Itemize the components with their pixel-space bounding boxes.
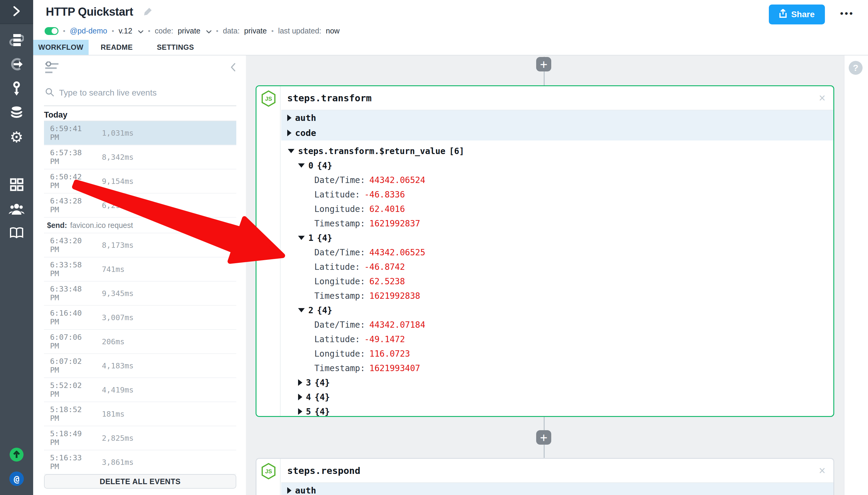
version-selector[interactable]: v.12 <box>119 27 132 35</box>
json-field-row: Timestamp: 1621992837 <box>281 216 833 231</box>
edit-pencil-icon[interactable] <box>143 7 153 17</box>
json-field-row: Longitude: 62.4016 <box>281 202 833 216</box>
event-row[interactable]: 6:43:28 PM 6,293ms <box>44 193 236 218</box>
event-row[interactable]: 6:07:02 PM 4,183ms <box>44 354 236 378</box>
json-field-row: Longitude: 116.0723 <box>281 346 833 361</box>
event-row[interactable]: 5:52:02 PM 4,419ms <box>44 378 236 402</box>
json-field-row: Timestamp: 1621993407 <box>281 361 833 375</box>
event-duration: 1,031ms <box>89 129 134 137</box>
event-row-end[interactable]: $end: favicon.ico request <box>44 218 236 233</box>
add-step-button[interactable]: + <box>536 430 551 445</box>
sidebar-item-event-sources[interactable] <box>0 53 33 77</box>
filter-sliders-icon[interactable] <box>45 62 59 75</box>
json-node-item-1[interactable]: 1 {4} <box>281 231 833 245</box>
code-visibility-value[interactable]: private <box>178 27 201 35</box>
json-value: 116.0723 <box>369 349 410 359</box>
event-time: 5:16:33 PM <box>44 454 89 471</box>
sidebar-item-apps[interactable] <box>0 173 33 198</box>
event-time: 6:43:20 PM <box>44 236 89 254</box>
more-menu-button[interactable]: ••• <box>840 8 854 19</box>
owner-link[interactable]: @pd-demo <box>70 27 107 35</box>
sidebar-item-data-stores[interactable] <box>0 101 33 125</box>
event-row[interactable]: 6:43:20 PM 8,173ms <box>44 233 236 257</box>
json-index: 2 <box>308 305 313 315</box>
json-index: 4 <box>306 392 311 402</box>
delete-all-events-button[interactable]: DELETE ALL EVENTS <box>44 474 236 489</box>
json-value: 62.5238 <box>369 276 405 286</box>
help-button[interactable]: ? <box>849 61 863 75</box>
key-icon <box>11 81 23 97</box>
event-row[interactable]: 6:33:58 PM 741ms <box>44 257 236 281</box>
chevron-right-icon <box>298 379 302 386</box>
json-key: Longitude: <box>314 204 365 214</box>
result-section-auth[interactable]: auth <box>281 110 833 125</box>
json-node-item-3[interactable]: 3 {4} <box>281 375 833 390</box>
search-input[interactable] <box>59 88 236 98</box>
step-title: steps.respond <box>281 465 361 476</box>
step-header: steps.transform × <box>281 86 833 110</box>
upgrade-button[interactable] <box>0 443 33 467</box>
deploy-toggle[interactable] <box>45 27 58 35</box>
json-node-return-value[interactable]: steps.transform.$return_value [6] <box>281 144 833 158</box>
collapse-panel-chevron-icon[interactable] <box>230 63 236 73</box>
svg-text:JS: JS <box>265 96 272 102</box>
event-time: 5:18:49 PM <box>44 429 89 447</box>
json-size: {4} <box>317 233 332 243</box>
result-section-auth[interactable]: auth <box>281 483 833 495</box>
json-field-row: Latitude: -46.8336 <box>281 187 833 202</box>
code-visibility-label: code: <box>155 27 173 35</box>
share-button-label: Share <box>791 10 815 19</box>
workflow-pipeline-icon <box>9 33 24 49</box>
json-node-item-4[interactable]: 4 {4} <box>281 390 833 404</box>
event-row[interactable]: 6:59:41 PM 1,031ms <box>44 121 236 145</box>
chevron-right-icon <box>287 115 292 121</box>
event-row[interactable]: 6:50:42 PM 9,154ms <box>44 169 236 193</box>
step-gutter: JS <box>257 86 281 416</box>
json-size: {4} <box>317 161 332 171</box>
event-time: 6:33:48 PM <box>44 285 89 302</box>
json-key: Longitude: <box>314 276 365 286</box>
nodejs-icon: JS <box>261 463 276 480</box>
add-step-button[interactable]: + <box>536 57 551 71</box>
tab-readme[interactable]: README <box>89 40 145 55</box>
json-node-item-5[interactable]: 5 {4} <box>281 404 833 417</box>
event-row[interactable]: 5:18:49 PM 2,825ms <box>44 426 236 450</box>
section-label: code <box>295 128 316 138</box>
sidebar-item-settings[interactable]: ⚙ <box>0 125 33 149</box>
tab-settings[interactable]: SETTINGS <box>145 40 206 55</box>
svg-text:JS: JS <box>265 468 272 475</box>
sidebar-item-keys[interactable] <box>0 77 33 101</box>
share-button[interactable]: Share <box>769 4 825 24</box>
event-row[interactable]: 5:16:33 PM 3,861ms <box>44 450 236 475</box>
event-time: 5:18:52 PM <box>44 405 89 423</box>
json-key: Timestamp: <box>314 291 365 301</box>
json-value: 1621993407 <box>369 363 420 373</box>
sidebar-item-workflows[interactable] <box>0 29 33 53</box>
sidebar-item-docs[interactable] <box>0 222 33 246</box>
close-icon[interactable]: × <box>819 92 826 104</box>
expand-sidebar-button[interactable] <box>0 0 33 24</box>
result-section-code[interactable]: code <box>281 125 833 140</box>
json-node-item-0[interactable]: 0 {4} <box>281 158 833 173</box>
event-row[interactable]: 6:57:38 PM 8,342ms <box>44 145 236 169</box>
account-avatar[interactable]: @ <box>0 467 33 491</box>
close-icon[interactable]: × <box>819 465 826 476</box>
event-duration: 8,173ms <box>89 241 134 250</box>
workflow-canvas: + JS steps.transform × auth code <box>246 55 844 495</box>
chevron-down-icon[interactable] <box>138 27 143 35</box>
json-tree: steps.transform.$return_value [6] 0 {4} … <box>281 140 833 417</box>
event-row[interactable]: 5:18:52 PM 181ms <box>44 402 236 426</box>
sidebar-item-community[interactable] <box>0 198 33 222</box>
event-row[interactable]: 6:33:48 PM 9,345ms <box>44 281 236 306</box>
chevron-down-icon[interactable] <box>206 27 212 35</box>
event-duration: 3,007ms <box>89 313 134 322</box>
event-row[interactable]: 6:16:40 PM 3,007ms <box>44 306 236 330</box>
event-row[interactable]: 6:07:06 PM 206ms <box>44 330 236 354</box>
json-field-row: Longitude: 62.5238 <box>281 274 833 289</box>
json-key: steps.transform.$return_value <box>298 146 446 156</box>
nodejs-icon: JS <box>261 90 276 108</box>
tab-workflow[interactable]: WORKFLOW <box>33 40 89 55</box>
json-node-item-2[interactable]: 2 {4} <box>281 303 833 318</box>
meta-bullet: • <box>148 27 151 35</box>
event-duration: 8,342ms <box>89 153 134 161</box>
